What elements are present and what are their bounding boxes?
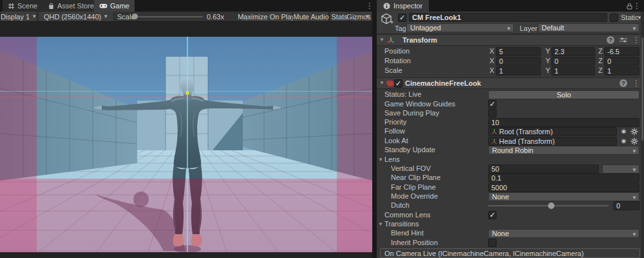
- info-icon: [383, 3, 390, 10]
- component-menu-kebab-icon[interactable]: ⋮: [632, 80, 640, 86]
- axis-x-label: X: [489, 57, 494, 64]
- position-x-field[interactable]: 5: [496, 47, 541, 56]
- foldout-icon[interactable]: ▼: [379, 37, 384, 43]
- priority-field[interactable]: 10: [488, 118, 639, 127]
- tab-scene[interactable]: Scene: [3, 0, 43, 12]
- solo-button[interactable]: Solo: [488, 90, 639, 99]
- rotation-x-field[interactable]: 0: [496, 57, 541, 66]
- blend-hint-dropdown[interactable]: None▼: [488, 229, 639, 238]
- layer-dropdown[interactable]: Default▼: [538, 23, 639, 32]
- inherit-position-checkbox[interactable]: [488, 239, 497, 247]
- transform-icon: [387, 37, 395, 45]
- status-row: Status: Live Solo: [377, 90, 644, 99]
- camera-live-event-box: On Camera Live (ICinemachineCamera, ICin…: [380, 248, 640, 258]
- near-clip-label: Near Clip Plane: [391, 174, 440, 181]
- transitions-label: Transitions: [384, 220, 419, 228]
- help-icon[interactable]: ?: [607, 36, 614, 44]
- game-view-panel: Scene Asset Store Game ⋮ Display 1▼ QHD …: [0, 0, 372, 258]
- status-label: Status: Live: [384, 90, 421, 98]
- blend-hint-value: None: [492, 230, 509, 237]
- priority-label: Priority: [384, 118, 406, 126]
- component-enabled-checkbox[interactable]: [394, 79, 402, 88]
- gameobject-active-checkbox[interactable]: [398, 14, 406, 22]
- view-tab-bar: Scene Asset Store Game ⋮: [0, 0, 372, 12]
- lens-foldout-row[interactable]: ▼ Lens: [377, 155, 644, 164]
- position-z-field[interactable]: -6.5: [604, 47, 639, 56]
- transitions-foldout-row[interactable]: ▼ Transitions: [377, 220, 644, 228]
- game-window-guides-checkbox[interactable]: [488, 100, 497, 108]
- gizmos-dropdown[interactable]: Gizmos▼: [350, 12, 372, 21]
- tab-inspector[interactable]: Inspector: [377, 0, 429, 12]
- transform-header[interactable]: ▼ Transform ? ⋮: [377, 34, 644, 46]
- foldout-icon[interactable]: ▼: [379, 80, 384, 86]
- static-checkbox[interactable]: [610, 14, 618, 22]
- save-during-play-checkbox[interactable]: [488, 109, 497, 117]
- inspector-scrollbar[interactable]: [641, 12, 644, 258]
- object-picker-icon[interactable]: ◉: [620, 137, 628, 145]
- scale-value: 0.63x: [207, 13, 224, 21]
- mode-override-label: Mode Override: [391, 192, 438, 200]
- maximize-on-play-button[interactable]: Maximize On Play: [240, 12, 292, 21]
- scale-z-field[interactable]: 1: [604, 66, 639, 75]
- icon-picker-chevron[interactable]: ▼: [390, 20, 394, 25]
- game-window-guides-label: Game Window Guides: [384, 100, 455, 108]
- component-menu-kebab-icon[interactable]: ⋮: [632, 37, 640, 43]
- inspector-tab-bar: Inspector ⋮: [377, 0, 644, 12]
- rotation-z-field[interactable]: 0: [604, 57, 639, 66]
- dutch-value-field[interactable]: 0: [613, 201, 639, 210]
- panel-splitter[interactable]: [372, 0, 377, 258]
- gear-icon[interactable]: [630, 128, 638, 135]
- standby-update-row: Standby Update Round Robin▼: [377, 146, 644, 154]
- scale-x-field[interactable]: 1: [496, 66, 541, 75]
- axis-x-label: X: [489, 66, 494, 74]
- mode-override-dropdown[interactable]: None▼: [488, 192, 639, 201]
- scale-slider-handle[interactable]: [132, 14, 138, 19]
- lock-icon[interactable]: [627, 3, 632, 10]
- save-during-play-row: Save During Play: [377, 109, 644, 117]
- scrollbar-thumb[interactable]: [641, 37, 643, 141]
- axis-x-label: X: [489, 47, 494, 55]
- cinemachine-icon: [386, 80, 395, 88]
- common-lens-row: Common Lens: [377, 211, 644, 219]
- fov-preset-dropdown[interactable]: ▼: [602, 164, 639, 174]
- game-viewport-area: [0, 22, 372, 258]
- tab-game[interactable]: Game: [94, 0, 135, 12]
- tab-scene-label: Scene: [17, 2, 37, 10]
- presets-icon[interactable]: [620, 37, 627, 43]
- cinemachine-freelook-header[interactable]: ▼ CinemachineFreeLook ? ⋮: [377, 77, 644, 89]
- dutch-label: Dutch: [391, 201, 410, 209]
- object-picker-icon[interactable]: ◉: [620, 127, 628, 135]
- tag-dropdown[interactable]: Untagged▼: [406, 23, 514, 32]
- standby-update-dropdown[interactable]: Round Robin▼: [488, 146, 639, 155]
- follow-object-field[interactable]: Root (Transform): [488, 127, 617, 136]
- lens-label: Lens: [384, 155, 400, 163]
- near-clip-field[interactable]: 0.1: [488, 174, 639, 183]
- position-y-field[interactable]: 2.3: [551, 47, 595, 56]
- rotation-y-field[interactable]: 0: [551, 57, 595, 66]
- transform-mini-icon: [491, 139, 497, 144]
- far-clip-field[interactable]: 5000: [488, 183, 639, 192]
- display-dropdown[interactable]: Display 1▼: [0, 12, 37, 21]
- help-icon[interactable]: ?: [620, 79, 627, 87]
- common-lens-checkbox[interactable]: [488, 211, 497, 219]
- mute-audio-button[interactable]: Mute Audio: [293, 12, 329, 21]
- lookat-value: Head (Transform): [499, 137, 554, 145]
- resolution-dropdown-label: QHD (2560x1440): [44, 13, 101, 21]
- game-render[interactable]: [0, 37, 372, 252]
- gear-icon[interactable]: [630, 137, 638, 145]
- axis-z-label: Z: [598, 66, 603, 74]
- vertical-fov-field[interactable]: 50: [488, 164, 599, 174]
- inspector-menu-kebab-icon[interactable]: ⋮: [633, 3, 641, 9]
- scale-y-field[interactable]: 1: [551, 66, 595, 75]
- tab-asset-store[interactable]: Asset Store: [43, 0, 100, 12]
- foldout-icon: ▼: [378, 221, 383, 227]
- lookat-object-field[interactable]: Head (Transform): [488, 137, 617, 146]
- asset-store-bag-icon: [48, 3, 55, 10]
- inherit-position-label: Inherit Position: [391, 239, 438, 246]
- gameobject-name-field[interactable]: CM FreeLook1: [409, 13, 607, 22]
- static-label: Static: [621, 14, 639, 21]
- resolution-dropdown[interactable]: QHD (2560x1440)▼: [38, 12, 114, 21]
- dutch-slider-handle[interactable]: [548, 203, 554, 209]
- display-dropdown-label: Display 1: [1, 13, 30, 21]
- scale-slider-track[interactable]: [132, 16, 203, 17]
